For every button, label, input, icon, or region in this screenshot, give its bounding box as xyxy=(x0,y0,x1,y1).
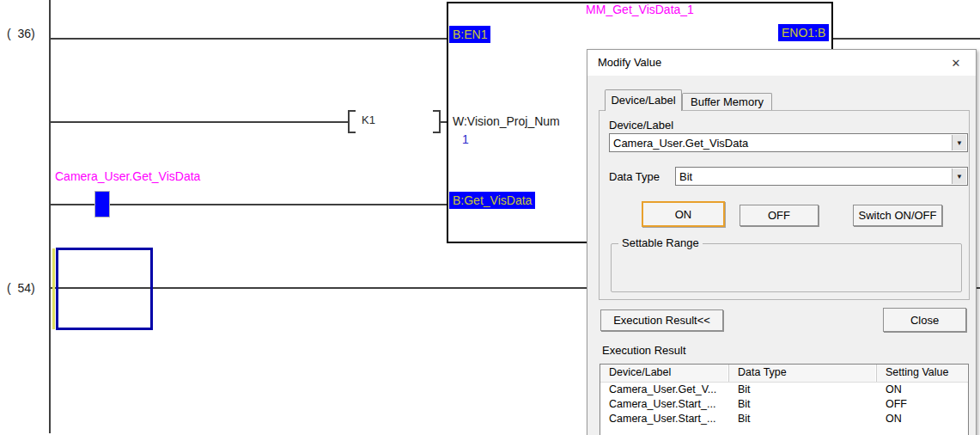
data-type-combobox[interactable]: Bit ▼ xyxy=(675,167,968,186)
settable-range-groupbox: Settable Range xyxy=(611,243,962,292)
cell-setting-value: ON xyxy=(877,412,968,426)
data-type-combobox-value: Bit xyxy=(679,170,692,183)
edit-cursor[interactable] xyxy=(56,248,153,330)
cell-data-type: Bit xyxy=(729,412,877,426)
data-type-caption: Data Type xyxy=(609,170,660,183)
chevron-down-icon[interactable]: ▼ xyxy=(952,135,966,150)
power-rail xyxy=(49,0,51,433)
edit-cursor-tick xyxy=(52,248,55,329)
table-header-row: Device/Label Data Type Setting Value xyxy=(600,365,968,383)
settable-range-caption: Settable Range xyxy=(618,236,703,249)
cell-device-label: Camera_User.Start_... xyxy=(600,397,729,412)
switch-on-off-button[interactable]: Switch ON/OFF xyxy=(853,205,942,226)
rung-number-36: ( 36) xyxy=(7,27,35,40)
cell-setting-value: ON xyxy=(877,383,968,397)
table-row[interactable]: Camera_User.Start_... Bit ON xyxy=(600,412,968,426)
dialog-title: Modify Value xyxy=(598,56,661,69)
dialog-titlebar[interactable]: Modify Value ✕ xyxy=(587,50,976,76)
modify-value-dialog: Modify Value ✕ Device/Label Buffer Memor… xyxy=(587,49,977,435)
fb-pin-proj-num[interactable]: W:Vision_Proj_Num xyxy=(453,114,560,128)
device-label-tab-pane: Device/Label Camera_User.Get_VisData ▼ D… xyxy=(599,110,970,300)
device-label-combobox-value: Camera_User.Get_VisData xyxy=(613,137,748,150)
constant-k1[interactable]: K1 xyxy=(362,113,375,126)
tab-device-label[interactable]: Device/Label xyxy=(605,89,682,111)
column-header-data-type: Data Type xyxy=(729,365,877,382)
column-header-setting-value: Setting Value xyxy=(877,365,968,382)
branch-wire xyxy=(50,121,348,123)
rung-36-wire xyxy=(50,38,447,40)
tab-buffer-memory[interactable]: Buffer Memory xyxy=(682,93,772,111)
function-block-title: MM_Get_VisData_1 xyxy=(447,3,833,16)
fb-pin-en1[interactable]: B:EN1 xyxy=(449,26,490,43)
cell-data-type: Bit xyxy=(729,383,877,397)
device-label-caption: Device/Label xyxy=(609,119,673,132)
fb-pin-proj-num-value: 1 xyxy=(462,132,469,146)
rung-number-54: ( 54) xyxy=(7,281,35,295)
contact-on-state[interactable] xyxy=(94,191,110,218)
execution-result-table[interactable]: Device/Label Data Type Setting Value Cam… xyxy=(600,364,969,435)
cell-device-label: Camera_User.Get_V... xyxy=(600,383,729,397)
execution-result-toggle-button[interactable]: Execution Result<< xyxy=(600,309,723,331)
cell-data-type: Bit xyxy=(729,397,877,412)
off-button[interactable]: OFF xyxy=(740,205,819,226)
execution-result-caption: Execution Result xyxy=(602,344,686,357)
chevron-down-icon[interactable]: ▼ xyxy=(952,168,966,184)
column-header-device-label: Device/Label xyxy=(600,365,729,382)
fb-pin-get-visdata[interactable]: B:Get_VisData xyxy=(449,192,535,209)
device-label-combobox[interactable]: Camera_User.Get_VisData ▼ xyxy=(609,133,968,152)
cell-setting-value: OFF xyxy=(877,397,968,412)
ladder-editor-canvas: ( 36) K1 Camera_User.Get_VisData MM_Get_… xyxy=(0,0,980,435)
fb-pin-eno1[interactable]: ENO1:B xyxy=(778,24,829,41)
table-row[interactable]: Camera_User.Start_... Bit OFF xyxy=(600,397,968,412)
constant-open-bracket xyxy=(348,110,356,133)
contact-label: Camera_User.Get_VisData xyxy=(55,169,200,183)
constant-close-bracket xyxy=(433,110,441,133)
close-button[interactable]: Close xyxy=(883,308,966,332)
table-row[interactable]: Camera_User.Get_V... Bit ON xyxy=(600,383,968,397)
close-icon[interactable]: ✕ xyxy=(940,50,972,76)
cell-device-label: Camera_User.Start_... xyxy=(600,412,729,426)
rung-36-output-wire xyxy=(831,38,980,40)
on-button[interactable]: ON xyxy=(642,201,725,227)
